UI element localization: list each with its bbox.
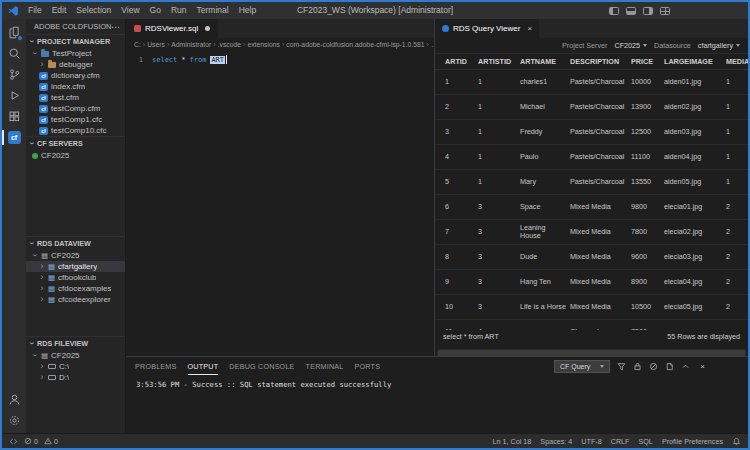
breadcrumb-item-extensions[interactable]: extensions: [247, 41, 280, 48]
table-row[interactable]: 11charles1Pastels/Charcoal10000aiden01.j…: [435, 70, 748, 95]
toggle-primary-sidebar-icon[interactable]: [609, 7, 619, 15]
clear-output-icon[interactable]: [649, 362, 658, 371]
tab-rds-query-viewer[interactable]: RDS Query Viewer: [435, 19, 539, 38]
menu-run[interactable]: Run: [166, 2, 192, 19]
menu-go[interactable]: Go: [145, 2, 166, 19]
table-row[interactable]: 73Leaning HouseMixed Media7800elecia02.j…: [435, 220, 748, 245]
datasource-select[interactable]: cfartgallery: [698, 41, 740, 50]
breadcrumb-item-com-adobe-coldfusion-adobe-cfml-lsp-1-0-581[interactable]: com-adobe-coldfusion.adobe-cfml-lsp-1.0.…: [286, 41, 424, 48]
breadcrumb-item-users[interactable]: Users: [147, 41, 165, 48]
menu-edit[interactable]: Edit: [47, 2, 72, 19]
table-row[interactable]: 83DudeMixed Media9600elecia03.jpg2: [435, 245, 748, 270]
table-row[interactable]: 41PauloPastels/Charcoal11100aiden04.jpg1: [435, 145, 748, 170]
cell-artistid: 3: [478, 303, 520, 312]
column-header-artid[interactable]: ARTID: [445, 57, 478, 66]
explorer-icon[interactable]: [2, 22, 26, 43]
project-server-select[interactable]: CF2025: [615, 41, 648, 50]
breadcrumb-separator-icon: [427, 41, 429, 48]
close-icon[interactable]: [527, 24, 532, 33]
warnings-status[interactable]: 0: [44, 437, 58, 446]
column-header-largeimage[interactable]: LARGEIMAGE: [664, 57, 726, 66]
open-in-editor-icon[interactable]: [665, 362, 674, 371]
rds-fileview-header[interactable]: RDS FILEVIEW: [26, 337, 125, 350]
breadcrumb-item-c[interactable]: C:: [134, 41, 141, 48]
extensions-icon[interactable]: [2, 106, 26, 127]
panel-tab-ports[interactable]: PORTS: [355, 358, 381, 375]
column-header-artname[interactable]: ARTNAME: [520, 57, 570, 66]
source-control-icon[interactable]: [2, 64, 26, 85]
lock-scroll-icon[interactable]: [633, 362, 642, 371]
table-row[interactable]: 103Life is a HorseMixed Media10500elecia…: [435, 295, 748, 320]
status-sql[interactable]: SQL: [638, 437, 652, 446]
close-panel-icon[interactable]: [700, 362, 705, 371]
project-root-testproject[interactable]: TestProject: [26, 48, 125, 59]
panel-tab-problems[interactable]: PROBLEMS: [135, 358, 177, 375]
toggle-secondary-sidebar-icon[interactable]: [643, 7, 653, 15]
coldfusion-builder-icon[interactable]: cf: [2, 127, 26, 148]
panel-tab-debug-console[interactable]: DEBUG CONSOLE: [229, 358, 294, 375]
server-item-cf2025[interactable]: CF2025: [26, 150, 125, 161]
toggle-panel-icon[interactable]: [626, 7, 636, 15]
notifications-bell-icon[interactable]: [732, 437, 741, 446]
accounts-icon[interactable]: [2, 389, 26, 410]
drive-d[interactable]: D:\: [26, 372, 125, 383]
project-item-dictionary-cfm[interactable]: dictionary.cfm: [26, 70, 125, 81]
menu-view[interactable]: View: [116, 2, 144, 19]
editor-tab-rdsviewer-sql[interactable]: RDSViewer.sql: [126, 19, 218, 38]
project-manager-header[interactable]: PROJECT MANAGER: [26, 35, 125, 48]
column-header-price[interactable]: PRICE: [631, 57, 664, 66]
drive-c[interactable]: C:\: [26, 361, 125, 372]
maximize-panel-chevron-icon[interactable]: [681, 362, 690, 371]
breadcrumb-item-administrator[interactable]: Administrator: [171, 41, 211, 48]
drive-icon: [48, 375, 56, 380]
datasource-cfbookclub[interactable]: cfbookclub: [26, 272, 125, 283]
project-item-debugger[interactable]: debugger: [26, 59, 125, 70]
menu-terminal[interactable]: Terminal: [192, 2, 234, 19]
table-row[interactable]: 63SpaceMixed Media9800elecia01.jpg2: [435, 195, 748, 220]
project-item-testcomp-cfm[interactable]: testComp.cfm: [26, 103, 125, 114]
errors-status[interactable]: 0: [24, 437, 38, 446]
title-bar: FileEditSelectionViewGoRunTerminalHelp C…: [2, 2, 748, 19]
status-utf-8[interactable]: UTF-8: [581, 437, 601, 446]
output-content[interactable]: 3:53:56 PM - Success :: SQL statement ex…: [126, 375, 748, 433]
project-item-index-cfm[interactable]: index.cfm: [26, 81, 125, 92]
datasource-cfcodeexplorer[interactable]: cfcodeexplorer: [26, 294, 125, 305]
menu-help[interactable]: Help: [234, 2, 261, 19]
run-and-debug-icon[interactable]: [2, 85, 26, 106]
cf-servers-header[interactable]: CF SERVERS: [26, 137, 125, 150]
project-item-test-cfm[interactable]: test.cfm: [26, 92, 125, 103]
panel-tab-output[interactable]: OUTPUT: [188, 358, 219, 375]
project-item-testcomp1-cfc[interactable]: testComp1.cfc: [26, 114, 125, 125]
column-header-artistid[interactable]: ARTISTID: [478, 57, 520, 66]
table-row[interactable]: 114Charcoal7500: [435, 320, 748, 330]
status-profile-preferences[interactable]: Profile Preferences: [662, 437, 723, 446]
panel-tab-terminal[interactable]: TERMINAL: [306, 358, 344, 375]
table-row[interactable]: 21MichaelPastels/Charcoal13900aiden02.jp…: [435, 95, 748, 120]
remote-indicator-icon[interactable]: [9, 437, 18, 446]
modified-indicator[interactable]: [205, 26, 210, 31]
filter-icon[interactable]: [617, 362, 626, 371]
search-icon[interactable]: [2, 43, 26, 64]
column-header-media[interactable]: MEDIA: [726, 57, 748, 66]
fileview-server-cf2025[interactable]: CF2025: [26, 350, 125, 361]
dataview-server-cf2025[interactable]: CF2025: [26, 250, 125, 261]
table-row[interactable]: 93Hang TenMixed Media8900elecia04.jpg2: [435, 270, 748, 295]
table-row[interactable]: 31FreddyPastels/Charcoal12500aiden03.jpg…: [435, 120, 748, 145]
status-ln-1-col-18[interactable]: Ln 1, Col 18: [493, 437, 532, 446]
datasource-cfdocexamples[interactable]: cfdocexamples: [26, 283, 125, 294]
column-header-description[interactable]: DESCRIPTION: [570, 57, 631, 66]
more-actions-icon[interactable]: [111, 22, 120, 32]
datasource-cfartgallery[interactable]: cfartgallery: [26, 261, 125, 272]
menu-file[interactable]: File: [23, 2, 47, 19]
project-item-testcomp10-cfc[interactable]: testComp10.cfc: [26, 125, 125, 136]
settings-gear-icon[interactable]: [2, 410, 26, 431]
status-crlf[interactable]: CRLF: [611, 437, 630, 446]
menu-selection[interactable]: Selection: [71, 2, 116, 19]
table-row[interactable]: 51MaryPastels/Charcoal13550aiden05.jpg1: [435, 170, 748, 195]
code-editor[interactable]: 1 select * from ART: [126, 51, 434, 356]
status-spaces-4[interactable]: Spaces: 4: [540, 437, 572, 446]
rds-dataview-header[interactable]: RDS DATAVIEW: [26, 237, 125, 250]
customize-layout-icon[interactable]: [660, 7, 670, 15]
output-channel-select[interactable]: CF Query: [554, 360, 610, 373]
breadcrumb-item-vscode[interactable]: .vscode: [218, 41, 241, 48]
